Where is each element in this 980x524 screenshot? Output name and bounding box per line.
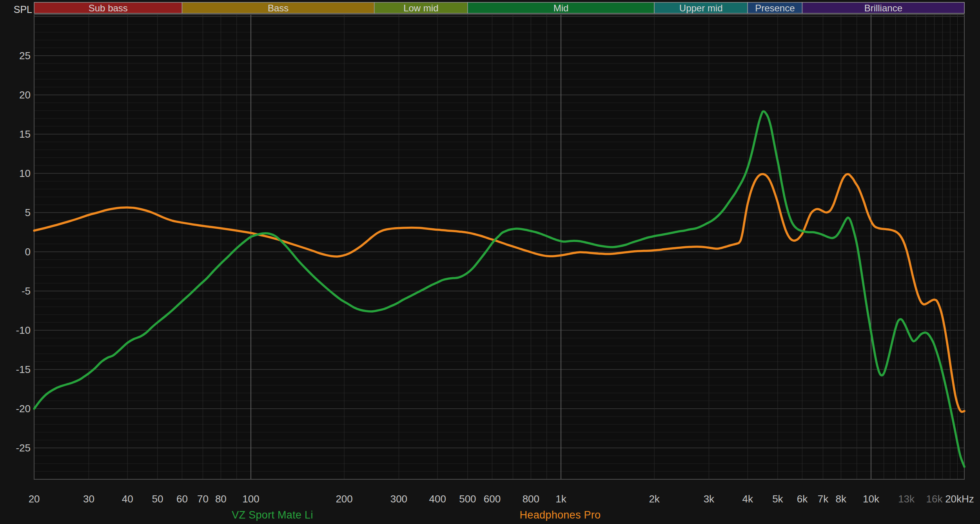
band-label-upper-mid: Upper mid: [679, 3, 723, 13]
legend-item-vz-sport-mate-li[interactable]: VZ Sport Mate Li: [232, 509, 313, 521]
x-tick-label-40: 40: [122, 493, 133, 505]
band-label-mid: Mid: [554, 3, 569, 13]
x-tick-label-50: 50: [152, 493, 163, 505]
y-tick-label--20: -20: [16, 403, 31, 415]
x-tick-label-30: 30: [83, 493, 94, 505]
x-tick-label-3k: 3k: [704, 493, 715, 505]
y-tick-label-0: 0: [25, 246, 31, 258]
y-tick-label--15: -15: [16, 364, 31, 375]
x-tick-label-60: 60: [176, 493, 188, 505]
x-tick-label-16k: 16k: [926, 493, 943, 505]
y-tick-label--5: -5: [22, 285, 31, 297]
x-tick-label-5k: 5k: [772, 493, 783, 505]
x-tick-label-80: 80: [215, 493, 227, 505]
y-tick-label--10: -10: [16, 324, 31, 336]
y-tick-label-15: 15: [19, 128, 31, 140]
x-tick-label-6k: 6k: [797, 493, 808, 505]
x-tick-label-20: 20: [29, 493, 40, 505]
x-tick-label-500: 500: [459, 493, 476, 505]
y-tick-label-5: 5: [25, 207, 31, 218]
chart-canvas: Sub bassBassLow midMidUpper midPresenceB…: [0, 0, 980, 524]
band-label-low-mid: Low mid: [403, 3, 438, 13]
band-label-brilliance: Brilliance: [864, 3, 902, 13]
x-tick-label-2k: 2k: [649, 493, 660, 505]
y-tick-label-20: 20: [19, 89, 31, 101]
y-tick-label-10: 10: [19, 167, 31, 179]
band-label-presence: Presence: [755, 3, 795, 13]
y-tick-label--25: -25: [16, 442, 31, 454]
frequency-response-chart: Sub bassBassLow midMidUpper midPresenceB…: [0, 0, 980, 524]
y-axis-title: SPL: [0, 4, 32, 15]
x-tick-label-70: 70: [197, 493, 209, 505]
x-tick-label-4k: 4k: [742, 493, 753, 505]
x-tick-label-800: 800: [523, 493, 539, 505]
y-tick-label-25: 25: [19, 50, 31, 62]
legend-item-headphones-pro[interactable]: Headphones Pro: [520, 509, 601, 521]
x-tick-label-1k: 1k: [555, 493, 566, 505]
x-tick-label-7k: 7k: [818, 493, 829, 505]
x-tick-label-13k: 13k: [898, 493, 915, 505]
x-tick-label-600: 600: [484, 493, 501, 505]
x-tick-label-100: 100: [242, 493, 259, 505]
plot-area: [34, 15, 964, 479]
band-label-bass: Bass: [268, 3, 289, 13]
x-tick-label-8k: 8k: [836, 493, 847, 505]
band-label-sub-bass: Sub bass: [89, 3, 128, 13]
x-tick-label-10k: 10k: [863, 493, 880, 505]
x-tick-label-200: 200: [336, 493, 352, 505]
x-tick-label-400: 400: [429, 493, 446, 505]
x-tick-label-20kHz: 20kHz: [945, 493, 974, 505]
x-tick-label-300: 300: [390, 493, 407, 505]
